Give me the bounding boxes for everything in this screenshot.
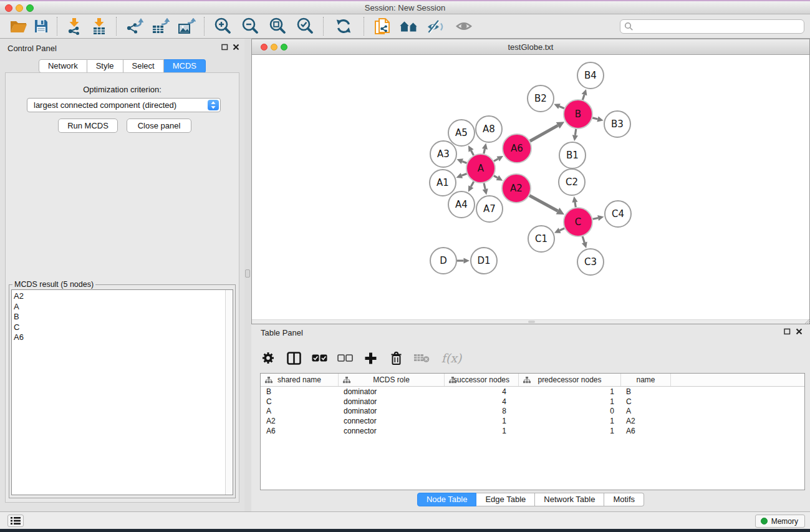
table-cell[interactable]: 1 (445, 417, 519, 425)
graph-node-A1[interactable]: A1 (430, 170, 456, 196)
table-cell[interactable]: connector (339, 427, 445, 435)
graph-edge-C-C4[interactable] (593, 215, 604, 221)
network-graph[interactable]: B4B2BB3A5A8A6A3B1AA1C2A2A4A7C4CC1C3DD1 (252, 55, 809, 319)
import-network-icon[interactable] (62, 15, 87, 37)
table-cell[interactable]: 1 (519, 417, 621, 425)
search-field[interactable] (620, 19, 804, 34)
unselect-all-columns-icon[interactable] (337, 349, 353, 367)
table-cell[interactable]: 8 (445, 407, 519, 415)
graph-edge-A-A4[interactable] (468, 181, 474, 192)
result-scrollbar[interactable] (225, 290, 233, 495)
graph-edge-A-A2[interactable] (494, 175, 503, 181)
search-input[interactable] (636, 22, 804, 31)
graph-edge-A-A3[interactable] (456, 158, 466, 164)
table-cell[interactable]: 4 (445, 397, 519, 406)
criterion-dropdown[interactable]: largest connected component (directed) (27, 98, 221, 112)
graph-node-D1[interactable]: D1 (471, 248, 497, 274)
table-row[interactable]: Cdominator41C (261, 397, 804, 407)
graph-edge-B-B2[interactable] (554, 104, 564, 109)
result-item[interactable]: A (14, 302, 223, 312)
hide-selected-icon[interactable] (422, 15, 450, 37)
column-header-successor-nodes[interactable]: successor nodes (445, 374, 519, 386)
graph-edge-C-C2[interactable] (572, 196, 577, 208)
zoom-in-icon[interactable] (209, 15, 236, 37)
graph-node-A8[interactable]: A8 (476, 116, 502, 142)
table-row[interactable]: A2connector11A2 (261, 416, 804, 426)
graph-node-C1[interactable]: C1 (528, 226, 554, 252)
table-cell[interactable]: 1 (519, 387, 621, 396)
graph-edge-C-C3[interactable] (582, 236, 587, 248)
table-cell[interactable]: B (261, 387, 339, 396)
panel-splitter[interactable] (244, 39, 251, 511)
result-item[interactable]: B (14, 312, 223, 322)
function-builder-icon[interactable]: f(x) (439, 349, 464, 367)
table-cell[interactable]: 4 (445, 387, 519, 396)
graph-node-C3[interactable]: C3 (577, 249, 604, 275)
float-panel-icon[interactable] (221, 44, 228, 51)
tab-mcds[interactable]: MCDS (164, 59, 206, 73)
save-session-icon[interactable] (30, 15, 52, 37)
graph-edge-A6-B[interactable] (530, 122, 564, 141)
table-row[interactable]: Adominator80A (261, 407, 804, 417)
graph-node-A2[interactable]: A2 (502, 174, 531, 203)
close-table-panel-icon[interactable] (796, 328, 803, 335)
network-canvas[interactable]: B4B2BB3A5A8A6A3B1AA1C2A2A4A7C4CC1C3DD1 (252, 55, 809, 319)
graph-node-D[interactable]: D (430, 248, 456, 274)
new-network-from-selection-icon[interactable] (369, 15, 396, 37)
close-panel-button[interactable]: Close panel (127, 118, 191, 133)
graph-node-B2[interactable]: B2 (528, 85, 554, 112)
graph-node-A5[interactable]: A5 (448, 120, 475, 146)
show-columns-icon[interactable] (286, 349, 302, 367)
graph-node-B1[interactable]: B1 (559, 142, 586, 168)
zoom-out-icon[interactable] (236, 15, 264, 37)
export-table-icon[interactable] (147, 15, 173, 37)
delete-table-icon[interactable] (413, 349, 430, 367)
table-row[interactable]: A6connector11A6 (261, 426, 804, 436)
graph-edge-A-A1[interactable] (456, 173, 467, 178)
graph-node-A[interactable]: A (466, 154, 495, 183)
column-header-mcds-role[interactable]: MCDS role (339, 374, 445, 386)
graph-edge-A2-C[interactable] (529, 195, 564, 215)
tab-node-table[interactable]: Node Table (417, 493, 477, 506)
tab-select[interactable]: Select (123, 59, 164, 73)
run-mcds-button[interactable]: Run MCDS (58, 118, 118, 133)
result-item[interactable]: A2 (14, 291, 223, 302)
tab-network[interactable]: Network (39, 59, 87, 73)
show-all-icon[interactable] (450, 15, 478, 37)
graph-node-C4[interactable]: C4 (605, 201, 631, 227)
graph-edge-A-A6[interactable] (494, 156, 503, 162)
graph-node-A4[interactable]: A4 (448, 191, 475, 218)
node-table[interactable]: shared nameMCDS rolesuccessor nodesprede… (260, 373, 805, 490)
zoom-selected-icon[interactable] (291, 15, 319, 37)
table-cell[interactable]: A2 (621, 417, 671, 425)
create-column-icon[interactable] (362, 349, 378, 367)
table-cell[interactable]: dominator (339, 407, 445, 415)
table-cell[interactable]: 1 (519, 397, 621, 406)
table-cell[interactable]: A (621, 407, 671, 415)
table-cell[interactable]: 1 (519, 427, 621, 435)
network-scrollbar[interactable] (252, 319, 809, 324)
table-row[interactable]: Bdominator41B (261, 387, 804, 397)
float-table-panel-icon[interactable] (784, 328, 791, 335)
delete-columns-icon[interactable] (388, 349, 404, 367)
task-history-button[interactable] (7, 515, 24, 527)
result-item[interactable]: A6 (14, 332, 223, 343)
network-window-titlebar[interactable]: testGlobe.txt (252, 39, 809, 55)
network-scrollbar-thumb[interactable] (528, 321, 535, 323)
table-cell[interactable]: A (261, 407, 339, 415)
table-cell[interactable]: B (621, 387, 671, 396)
resize-grip-icon[interactable] (803, 319, 809, 324)
graph-edge-D-D1[interactable] (457, 258, 470, 263)
export-image-icon[interactable] (173, 15, 200, 37)
column-header-predecessor-nodes[interactable]: predecessor nodes (519, 374, 621, 386)
graph-node-C2[interactable]: C2 (559, 169, 585, 195)
graph-node-B4[interactable]: B4 (577, 62, 604, 89)
graph-node-A7[interactable]: A7 (476, 196, 503, 222)
close-panel-icon[interactable] (233, 44, 239, 51)
graph-edge-B-B1[interactable] (572, 129, 578, 141)
import-table-icon[interactable] (87, 15, 112, 37)
tab-edge-table[interactable]: Edge Table (476, 493, 535, 506)
splitter-grip[interactable] (245, 269, 250, 278)
graph-edge-A-A8[interactable] (482, 143, 488, 154)
tab-style[interactable]: Style (87, 59, 123, 73)
